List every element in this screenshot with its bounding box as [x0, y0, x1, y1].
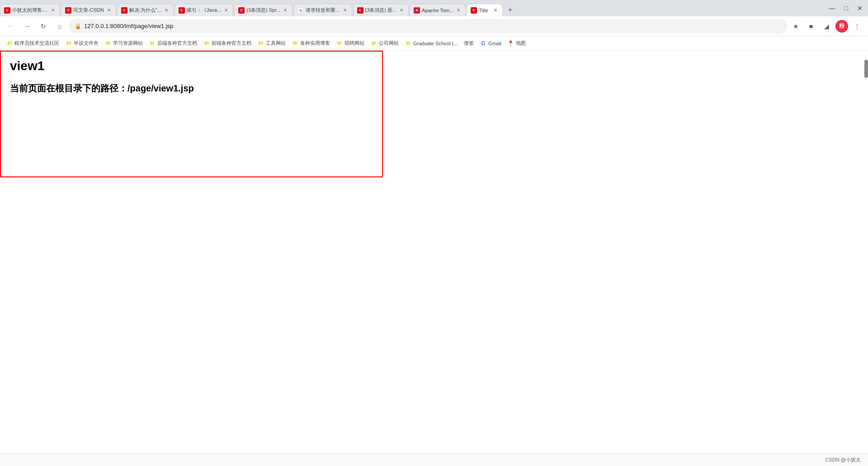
tab-close-3[interactable]: ✕ — [163, 7, 170, 14]
profile-menu-button[interactable]: 粉 — [835, 19, 849, 33]
bookmark-label-2: 毕设文件夹 — [74, 40, 99, 47]
tab-label-6: 请求转发和重... — [306, 7, 340, 14]
bookmark-item-2[interactable]: 📁 毕设文件夹 — [63, 38, 101, 49]
bookmark-label-6: 工具网站 — [266, 40, 286, 47]
extensions-puzzle-button[interactable]: ◢ — [819, 19, 834, 33]
tab-close-6[interactable]: ✕ — [342, 7, 348, 14]
tab-favicon-6: G — [297, 7, 304, 14]
folder-icon-1: 📁 — [6, 40, 13, 47]
bookmark-item-6[interactable]: 📁 工具网站 — [255, 38, 288, 49]
tab-close-2[interactable]: ✕ — [106, 7, 112, 14]
folder-icon-4: 📁 — [149, 40, 156, 47]
tab-favicon-4: C — [179, 7, 185, 14]
bookmark-label-11: 便签 — [464, 40, 474, 47]
back-button[interactable]: ← — [4, 19, 18, 33]
title-bar: C 小犹太的博客-... ✕ C 写文章-CSDN ✕ C 解决:为什么"...… — [0, 0, 868, 16]
reload-button[interactable]: ↻ — [36, 19, 51, 33]
minimize-button[interactable]: — — [829, 5, 835, 12]
bookmark-star-button[interactable]: ★ — [788, 19, 803, 33]
tab-close-1[interactable]: ✕ — [50, 7, 56, 14]
tab-close-9[interactable]: ✕ — [492, 7, 499, 14]
window-controls: — □ ✕ — [824, 0, 868, 16]
tab-label-7: (3条消息) 面... — [365, 7, 397, 14]
bookmarks-bar: 📁 程序员技术交流社区 📁 毕设文件夹 📁 学习资源网站 📁 后端各种官方文档 … — [0, 36, 868, 51]
maximize-button[interactable]: □ — [844, 5, 848, 12]
bookmark-label-4: 后端各种官方文档 — [157, 40, 197, 47]
folder-icon-2: 📁 — [66, 40, 72, 47]
tab-label-9: Title — [479, 8, 491, 13]
bookmark-item-1[interactable]: 📁 程序员技术交流社区 — [4, 38, 62, 49]
tab-label-2: 写文章-CSDN — [73, 7, 104, 14]
tab-label-3: 解决:为什么"... — [129, 7, 161, 14]
page-heading: view1 — [10, 59, 373, 73]
bookmark-label-8: 招聘网站 — [344, 40, 364, 47]
tab-close-4[interactable]: ✕ — [223, 7, 229, 14]
nav-actions: ★ ■ ◢ 粉 ⋮ — [788, 19, 864, 33]
tabs-container: C 小犹太的博客-... ✕ C 写文章-CSDN ✕ C 解决:为什么"...… — [0, 0, 824, 16]
folder-icon-8: 📁 — [336, 40, 343, 47]
extension-button[interactable]: ■ — [804, 19, 818, 33]
browser-window: C 小犹太的博客-... ✕ C 写文章-CSDN ✕ C 解决:为什么"...… — [0, 0, 868, 466]
close-button[interactable]: ✕ — [857, 5, 863, 12]
bookmark-item-13[interactable]: 📍 地图 — [505, 38, 528, 49]
tab-close-8[interactable]: ✕ — [455, 7, 462, 14]
bookmark-label-9: 公司网站 — [379, 40, 399, 47]
folder-icon-9: 📁 — [371, 40, 377, 47]
address-bar[interactable]: 🔒 127.0.0.1:8080/lmf/page/view1.jsp — [69, 19, 787, 33]
tab-label-4: 索引：《Java... — [187, 7, 221, 14]
forward-button[interactable]: → — [20, 19, 34, 33]
bookmark-label-1: 程序员技术交流社区 — [14, 40, 59, 47]
page-path: 当前页面在根目录下的路径：/page/view1.jsp — [10, 82, 373, 95]
tab-9[interactable]: C Title ✕ — [467, 4, 503, 16]
tab-favicon-7: C — [357, 7, 363, 14]
bookmark-label-7: 各种实用博客 — [300, 40, 330, 47]
page-frame: view1 当前页面在根目录下的路径：/page/view1.jsp — [0, 51, 383, 177]
tab-label-5: (3条消息) Spr... — [246, 7, 280, 14]
bookmark-item-9[interactable]: 📁 公司网站 — [368, 38, 401, 49]
bookmark-item-5[interactable]: 📁 前端各种官方文档 — [201, 38, 254, 49]
folder-icon-10: 📁 — [405, 40, 411, 47]
tab-close-7[interactable]: ✕ — [398, 7, 405, 14]
bookmark-item-11[interactable]: 便签 — [461, 38, 476, 49]
tab-1[interactable]: C 小犹太的博客-... ✕ — [0, 4, 60, 16]
tab-favicon-8: A — [414, 7, 420, 14]
bottom-bar: CSDN @小犹太 — [0, 453, 868, 466]
scrollbar[interactable] — [864, 60, 868, 78]
home-button[interactable]: ⌂ — [52, 19, 67, 33]
bookmark-item-8[interactable]: 📁 招聘网站 — [334, 38, 367, 49]
nav-bar: ← → ↻ ⌂ 🔒 127.0.0.1:8080/lmf/page/view1.… — [0, 16, 868, 36]
tab-close-5[interactable]: ✕ — [282, 7, 288, 14]
tab-5[interactable]: C (3条消息) Spr... ✕ — [234, 4, 292, 16]
tab-favicon-3: C — [121, 7, 127, 14]
new-tab-button[interactable]: + — [504, 4, 516, 16]
bookmark-label-10: Graduate School I... — [413, 41, 458, 46]
bookmark-label-3: 学习资源网站 — [113, 40, 143, 47]
more-menu-button[interactable]: ⋮ — [850, 19, 864, 33]
tab-7[interactable]: C (3条消息) 面... ✕ — [353, 4, 409, 16]
tab-4[interactable]: C 索引：《Java... ✕ — [175, 4, 233, 16]
folder-icon-5: 📁 — [203, 40, 210, 47]
bookmark-item-4[interactable]: 📁 后端各种官方文档 — [146, 38, 200, 49]
page-content: view1 当前页面在根目录下的路径：/page/view1.jsp — [0, 51, 868, 453]
bookmark-item-12[interactable]: G Gmail — [477, 38, 504, 49]
bookmark-label-13: 地图 — [516, 40, 526, 47]
address-text: 127.0.0.1:8080/lmf/page/view1.jsp — [84, 23, 781, 29]
tab-6[interactable]: G 请求转发和重... ✕ — [293, 4, 352, 16]
folder-icon-3: 📁 — [105, 40, 111, 47]
lock-icon: 🔒 — [75, 23, 81, 29]
tab-8[interactable]: A Apache Tom... ✕ — [410, 4, 466, 16]
bottom-bar-text: CSDN @小犹太 — [826, 456, 861, 463]
bookmark-label-5: 前端各种官方文档 — [212, 40, 251, 47]
tab-label-8: Apache Tom... — [422, 8, 453, 13]
tab-label-1: 小犹太的博客-... — [12, 7, 48, 14]
google-icon: G — [480, 40, 486, 47]
tab-3[interactable]: C 解决:为什么"... ✕ — [117, 4, 174, 16]
bookmark-item-10[interactable]: 📁 Graduate School I... — [402, 38, 460, 49]
bookmark-item-7[interactable]: 📁 各种实用博客 — [289, 38, 333, 49]
tab-favicon-2: C — [65, 7, 71, 14]
bookmark-item-3[interactable]: 📁 学习资源网站 — [102, 38, 146, 49]
profile-avatar: 粉 — [835, 20, 848, 33]
tab-2[interactable]: C 写文章-CSDN ✕ — [61, 4, 116, 16]
tab-favicon-9: C — [471, 7, 477, 14]
tab-favicon-5: C — [238, 7, 245, 14]
